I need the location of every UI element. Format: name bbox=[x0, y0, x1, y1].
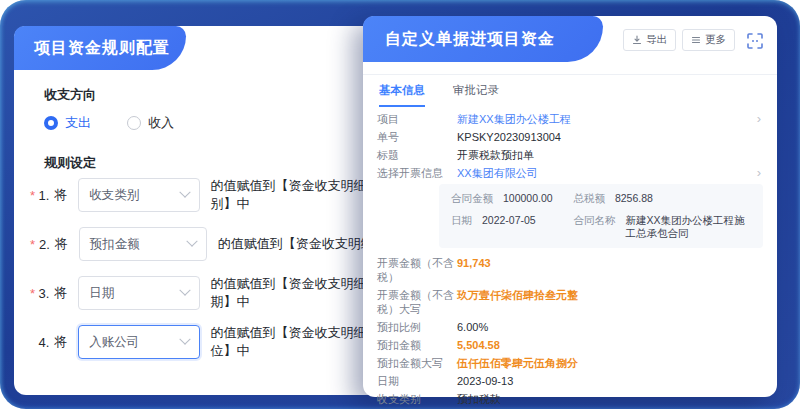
required-asterisk: * bbox=[30, 286, 38, 301]
chevron-right-icon[interactable]: › bbox=[757, 112, 761, 126]
field-label: 单号 bbox=[377, 130, 457, 144]
rule-2-field-select[interactable]: 预扣金额 bbox=[79, 227, 207, 261]
detail-fields: 项目 新建XX集团办公楼工程 › 单号 KPSKY20230913004 标题 … bbox=[377, 112, 763, 409]
field-row-doc-number: 单号 KPSKY20230913004 bbox=[377, 130, 763, 144]
field-label: 开票金额（不含税） bbox=[377, 256, 457, 284]
field-row-date: 日期 2023-09-13 bbox=[377, 374, 763, 388]
field-label: 开票金额（不含税）大写 bbox=[377, 288, 457, 316]
rule-word: 将 bbox=[54, 284, 67, 302]
cell-label: 总税额 bbox=[573, 192, 605, 205]
field-row-invoice-amount-words: 开票金额（不含税）大写 玖万壹仟柒佰肆拾叁元整 bbox=[377, 288, 763, 316]
rule-1-select-value: 收支类别 bbox=[89, 187, 139, 204]
radio-expenditure[interactable]: 支出 bbox=[44, 114, 91, 132]
rule-number: 4. bbox=[38, 335, 49, 350]
export-icon bbox=[632, 35, 642, 45]
rule-word: 将 bbox=[55, 235, 68, 253]
chevron-right-icon[interactable]: › bbox=[757, 166, 761, 180]
required-asterisk: * bbox=[30, 237, 39, 252]
export-button-label: 导出 bbox=[646, 33, 667, 47]
export-button[interactable]: 导出 bbox=[623, 29, 676, 51]
withholding-amount-words-value: 伍仟伍佰零肆元伍角捌分 bbox=[457, 356, 578, 370]
project-link[interactable]: 新建XX集团办公楼工程 bbox=[457, 112, 571, 126]
field-label: 预扣比例 bbox=[377, 320, 457, 334]
radio-selected-icon bbox=[44, 116, 58, 130]
direction-radio-group: 支出 收入 bbox=[44, 114, 174, 132]
field-label: 预扣金额 bbox=[377, 338, 457, 352]
radio-unselected-icon bbox=[127, 116, 141, 130]
invoice-company-link[interactable]: XX集团有限公司 bbox=[457, 166, 538, 180]
contract-name-cell: 合同名称 新建XX集团办公楼工程施工总承包合同 bbox=[573, 214, 751, 240]
rule-3-select-value: 日期 bbox=[89, 285, 114, 302]
field-label: 项目 bbox=[377, 112, 457, 126]
rule-config-panel-title: 项目资金规则配置 bbox=[14, 26, 186, 70]
chevron-down-icon bbox=[179, 285, 190, 296]
panel-toolbar: 导出 更多 bbox=[623, 29, 735, 51]
rule-2-select-value: 预扣金额 bbox=[90, 236, 140, 253]
more-button[interactable]: 更多 bbox=[682, 29, 735, 51]
field-row-title: 标题 开票税款预扣单 bbox=[377, 148, 763, 162]
radio-income[interactable]: 收入 bbox=[127, 114, 174, 132]
rule-word: 将 bbox=[54, 333, 67, 351]
app-frame: 项目资金规则配置 收支方向 支出 收入 规则设定 * 1. 将 收支类别 的值赋… bbox=[0, 0, 800, 409]
cell-label: 日期 bbox=[451, 214, 472, 240]
rule-word: 将 bbox=[54, 186, 67, 204]
cell-value: 2022-07-05 bbox=[482, 214, 536, 240]
invoice-amount-words-value: 玖万壹仟柒佰肆拾叁元整 bbox=[457, 288, 578, 302]
field-row-withholding-amount: 预扣金额 5,504.58 bbox=[377, 338, 763, 352]
total-tax-cell: 总税额 8256.88 bbox=[573, 192, 751, 205]
contract-amount-cell: 合同金额 100000.00 bbox=[451, 192, 573, 205]
field-label: 预扣金额大写 bbox=[377, 356, 457, 370]
direction-section-label: 收支方向 bbox=[44, 86, 96, 104]
chevron-down-icon bbox=[179, 334, 190, 345]
field-row-withholding-amount-words: 预扣金额大写 伍仟伍佰零肆元伍角捌分 bbox=[377, 356, 763, 370]
cell-value: 100000.00 bbox=[503, 192, 553, 205]
field-row-category: 收支类别 预扣税款 bbox=[377, 392, 763, 406]
rules-section-label: 规则设定 bbox=[44, 154, 96, 172]
withholding-ratio-value: 6.00% bbox=[457, 320, 488, 334]
date-value: 2023-09-13 bbox=[457, 374, 513, 388]
withholding-amount-value: 5,504.58 bbox=[457, 338, 500, 352]
cell-value: 8256.88 bbox=[615, 192, 653, 205]
rule-3-field-select[interactable]: 日期 bbox=[78, 276, 199, 310]
field-label: 日期 bbox=[377, 374, 457, 388]
field-row-withholding-ratio: 预扣比例 6.00% bbox=[377, 320, 763, 334]
invoice-amount-value: 91,743 bbox=[457, 256, 491, 270]
cell-label: 合同名称 bbox=[573, 214, 615, 240]
more-icon bbox=[691, 35, 701, 45]
doc-number-value: KPSKY20230913004 bbox=[457, 130, 561, 144]
custom-document-panel-title: 自定义单据进项目资金 bbox=[363, 16, 603, 62]
field-label: 收支类别 bbox=[377, 392, 457, 406]
chevron-down-icon bbox=[179, 187, 190, 198]
expand-icon bbox=[746, 32, 764, 50]
field-row-project: 项目 新建XX集团办公楼工程 › bbox=[377, 112, 763, 126]
rule-4-select-value: 入账公司 bbox=[89, 334, 139, 351]
cell-value: 新建XX集团办公楼工程施工总承包合同 bbox=[625, 214, 751, 240]
required-asterisk: * bbox=[30, 188, 38, 203]
fullscreen-expand-button[interactable] bbox=[746, 32, 764, 50]
field-label: 选择开票信息 bbox=[377, 166, 457, 180]
rule-number: 1. bbox=[38, 188, 49, 203]
contract-date-cell: 日期 2022-07-05 bbox=[451, 214, 573, 240]
more-button-label: 更多 bbox=[705, 33, 726, 47]
chevron-down-icon bbox=[186, 236, 197, 247]
rule-number: 2. bbox=[39, 237, 50, 252]
detail-tabs: 基本信息 审批记录 bbox=[379, 83, 499, 107]
tab-approval-record[interactable]: 审批记录 bbox=[453, 83, 499, 107]
tab-basic-info[interactable]: 基本信息 bbox=[379, 83, 425, 107]
rule-1-field-select[interactable]: 收支类别 bbox=[78, 178, 199, 212]
cell-label: 合同金额 bbox=[451, 192, 493, 205]
header-divider bbox=[363, 74, 777, 75]
rule-number: 3. bbox=[38, 286, 49, 301]
contract-info-box: 合同金额 100000.00 总税额 8256.88 日期 2022-07-05… bbox=[439, 184, 763, 248]
rule-4-field-select[interactable]: 入账公司 bbox=[78, 325, 199, 359]
radio-income-label: 收入 bbox=[148, 114, 174, 132]
field-row-invoice-amount: 开票金额（不含税） 91,743 bbox=[377, 256, 763, 284]
category-value: 预扣税款 bbox=[457, 392, 501, 406]
field-row-invoice-info: 选择开票信息 XX集团有限公司 › bbox=[377, 166, 763, 180]
doc-title-value: 开票税款预扣单 bbox=[457, 148, 534, 162]
radio-expenditure-label: 支出 bbox=[65, 114, 91, 132]
custom-document-panel: 自定义单据进项目资金 导出 更多 基本信息 bbox=[363, 16, 777, 397]
field-label: 标题 bbox=[377, 148, 457, 162]
